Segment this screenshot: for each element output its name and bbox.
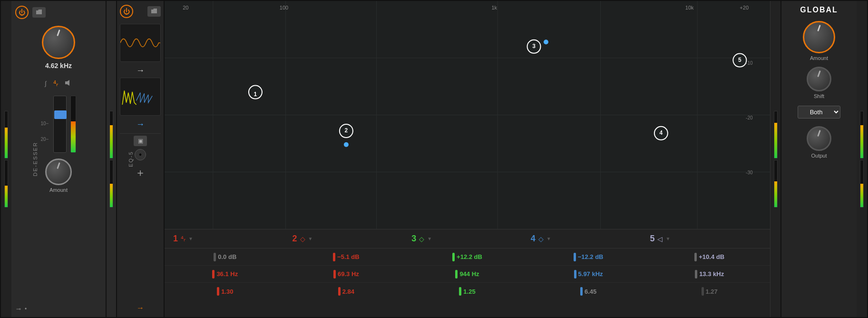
global-amount-knob[interactable] — [803, 21, 835, 53]
filter-type-1[interactable]: ∫ — [43, 79, 49, 88]
band-2-type-icon[interactable]: ◇ — [300, 235, 305, 243]
band-4-freq-cell: 5.97 kHz — [528, 270, 649, 278]
band-3-number[interactable]: 3 — [411, 234, 416, 244]
band-4-type-icon[interactable]: ◇ — [538, 235, 544, 243]
speaker-icon — [65, 80, 72, 86]
svg-text:100: 100 — [280, 5, 288, 10]
svg-text:2: 2 — [345, 127, 348, 134]
band-3-freq-indicator — [455, 270, 458, 278]
band-3-q[interactable]: 1.25 — [463, 288, 475, 295]
band-4-freq[interactable]: 5.97 kHz — [578, 270, 603, 278]
folder-icon — [36, 10, 42, 15]
eq5-folder-button[interactable] — [147, 6, 161, 17]
eq5-arrow-right-2[interactable]: → — [136, 119, 145, 129]
band-1-type-icon[interactable]: ⁴ᵣ — [181, 235, 185, 243]
left-meter-1 — [4, 111, 8, 159]
band-2-dropdown[interactable]: ▼ — [308, 236, 313, 241]
de-esser-dot-icon[interactable]: • — [25, 306, 27, 312]
band-1-freq-cell: 36.1 Hz — [165, 270, 286, 278]
global-output-label: Output — [811, 153, 827, 159]
band-3-freq[interactable]: 944 Hz — [459, 270, 479, 278]
waveform-svg-bottom — [120, 78, 160, 115]
band-4-gain[interactable]: −12.2 dB — [578, 253, 604, 260]
band-2-gain[interactable]: −5.1 dB — [337, 253, 360, 260]
band-3-gain[interactable]: +12.2 dB — [457, 253, 482, 260]
band-4-freq-indicator — [574, 270, 576, 278]
filter-type-2[interactable]: ⁴ᵣ — [51, 78, 60, 89]
de-esser-folder-button[interactable] — [32, 7, 46, 18]
band-5-freq[interactable]: 13.3 kHz — [699, 270, 724, 278]
de-esser-key-icon[interactable]: ⊸ — [16, 306, 21, 312]
global-shift-label: Shift — [814, 93, 824, 99]
band-2-freq[interactable]: 69.3 Hz — [338, 270, 359, 278]
band-5-number[interactable]: 5 — [650, 234, 654, 244]
band-3-q-indicator — [459, 287, 461, 296]
band-2-q-indicator — [338, 287, 341, 296]
band-5-gain[interactable]: +10.4 dB — [699, 253, 724, 260]
de-esser-freq-knob[interactable] — [42, 26, 75, 59]
deesser-out-meter-1 — [109, 111, 113, 159]
band-4-q-indicator — [580, 287, 583, 296]
band-5-dropdown[interactable]: ▼ — [665, 236, 670, 241]
svg-rect-0 — [65, 81, 67, 84]
eq5-bottom-arrow[interactable]: → — [137, 304, 144, 312]
band-4-controls: 4 ◇ ▼ — [527, 234, 646, 244]
filter-mute[interactable] — [63, 79, 74, 89]
band-4-gain-indicator — [574, 253, 576, 261]
eq5-window-button[interactable]: ▣ — [134, 136, 147, 146]
band-1-dropdown[interactable]: ▼ — [188, 236, 193, 241]
svg-text:4: 4 — [660, 129, 663, 136]
band-5-freq-cell: 13.3 kHz — [649, 270, 770, 278]
band-5-q[interactable]: 1.27 — [706, 288, 718, 295]
q-row: 1.30 2.84 1.25 6.45 1.27 — [165, 283, 770, 300]
band-1-freq[interactable]: 36.1 Hz — [216, 270, 238, 278]
eq5-plus-button[interactable]: ＋ — [135, 166, 146, 180]
band-1-gain[interactable]: 0.0 dB — [218, 253, 236, 260]
band-2-number[interactable]: 2 — [293, 234, 297, 244]
band-1-q-indicator — [217, 287, 219, 296]
band-1-number[interactable]: 1 — [173, 234, 178, 244]
band-1-q[interactable]: 1.30 — [221, 288, 233, 295]
eq5-panel: ⏻ → → ▣ • ＋ — [117, 1, 165, 317]
band-5-type-icon[interactable]: ◁ — [657, 235, 663, 243]
global-both-select[interactable]: Both Left Right — [798, 106, 840, 119]
band-4-number[interactable]: 4 — [531, 234, 536, 244]
freq-row: 36.1 Hz 69.3 Hz 944 Hz 5.97 kHz 13.3 kHz — [165, 266, 770, 283]
global-shift-knob[interactable] — [807, 67, 831, 91]
band-3-type-icon[interactable]: ◇ — [419, 235, 424, 243]
band-4-dropdown[interactable]: ▼ — [546, 236, 551, 241]
eq-bottom-bar: 1 ⁴ᵣ ▼ 2 ◇ ▼ 3 ◇ ▼ 4 — [165, 229, 770, 317]
fader-mark-10: 10− — [41, 121, 49, 126]
global-both-container: Both Left Right — [798, 106, 840, 119]
band-4-q[interactable]: 6.45 — [585, 288, 596, 295]
svg-text:1: 1 — [254, 91, 257, 98]
de-esser-fader[interactable] — [53, 96, 67, 153]
band-3-gain-indicator — [452, 253, 455, 261]
svg-text:3: 3 — [532, 43, 536, 50]
de-esser-power-button[interactable]: ⏻ — [15, 6, 29, 19]
eq-main-graph[interactable]: 20 100 1k 10k +20 -10 -20 -30 — [165, 1, 770, 229]
eq5-arrow-right-1[interactable]: → — [136, 66, 145, 76]
global-meter-1 — [860, 111, 864, 159]
global-output-knob[interactable] — [807, 126, 831, 151]
band-5-controls: 5 ◁ ▼ — [646, 234, 765, 244]
de-esser-bottom-icons: ⊸ • — [16, 306, 27, 312]
svg-text:+20: +20 — [740, 5, 749, 10]
band-1-q-cell: 1.30 — [165, 287, 286, 296]
de-esser-fader-area: 10− 20− — [41, 96, 77, 153]
band-2-q[interactable]: 2.84 — [342, 288, 354, 295]
eq5-waveform-top — [120, 24, 161, 62]
band-3-dropdown[interactable]: ▼ — [427, 236, 432, 241]
de-esser-rotated-label: DE-ESSER — [32, 142, 38, 176]
global-shift-knob-container: Shift — [807, 67, 831, 99]
fader-marks: 10− 20− — [41, 107, 49, 142]
de-esser-freq-display: 4.62 kHz — [45, 62, 72, 70]
gain-row: 0.0 dB −5.1 dB +12.2 dB −12.2 dB +10.4 d… — [165, 248, 770, 266]
svg-text:10k: 10k — [685, 5, 694, 10]
eq5-dot-button[interactable]: • — [135, 149, 146, 160]
global-output-knob-container: Output — [807, 126, 831, 159]
eq5-power-button[interactable]: ⏻ — [120, 5, 133, 18]
band-2-freq-indicator — [333, 270, 336, 278]
de-esser-amount-knob[interactable] — [45, 159, 72, 185]
band-3-q-cell: 1.25 — [407, 287, 528, 296]
